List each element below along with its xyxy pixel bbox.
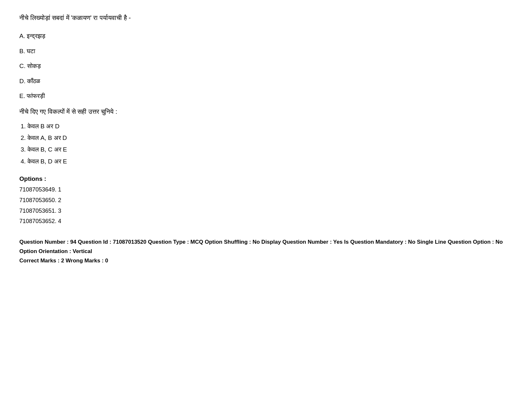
option-d: D. काँठळ [19,77,513,86]
option-d-text: काँठळ [27,78,40,84]
options-label: Options : [19,175,513,182]
question-metadata: Question Number : 94 Question Id : 71087… [19,238,513,266]
option-c: C. सोकड़ [19,62,513,71]
sub-question-text: नीचे दिए गए विकल्पों में से सही उत्तर चु… [19,107,513,116]
option-e: E. फांफरड़ी [19,92,513,101]
option-id-4: 71087053652. 4 [19,217,513,226]
option-a-label: A. [19,33,25,39]
option-b-text: घटा [27,48,35,54]
answer-option-2: 2. केवल A, B अर D [21,133,513,143]
metadata-line1: Question Number : 94 Question Id : 71087… [19,238,513,256]
option-id-1: 71087053649. 1 [19,185,513,194]
option-id-2: 71087053650. 2 [19,196,513,205]
answer-options-list: 1. केवल B अर D 2. केवल A, B अर D 3. केवल… [19,122,513,167]
answer-option-3: 3. केवल B, C अर E [21,145,513,154]
option-b-label: B. [19,48,25,54]
option-e-text: फांफरड़ी [27,93,45,99]
option-c-label: C. [19,63,25,69]
option-a-text: इन्द्रझड़ [27,33,45,39]
option-c-text: सोकड़ [27,63,41,69]
option-ids-list: 71087053649. 1 71087053650. 2 7108705365… [19,185,513,226]
option-id-3: 71087053651. 3 [19,206,513,216]
option-b: B. घटा [19,47,513,56]
option-e-label: E. [19,93,25,99]
option-d-label: D. [19,78,25,84]
metadata-line2: Correct Marks : 2 Wrong Marks : 0 [19,256,513,266]
options-list: A. इन्द्रझड़ B. घटा C. सोकड़ D. काँठळ E.… [19,32,513,101]
answer-option-1: 1. केवल B अर D [21,122,513,131]
option-a: A. इन्द्रझड़ [19,32,513,41]
answer-option-4: 4. केवल B, D अर E [21,157,513,166]
question-text: नीचे लिख्योड़ां सबदां में 'कळायण' रा पर्… [19,13,513,23]
